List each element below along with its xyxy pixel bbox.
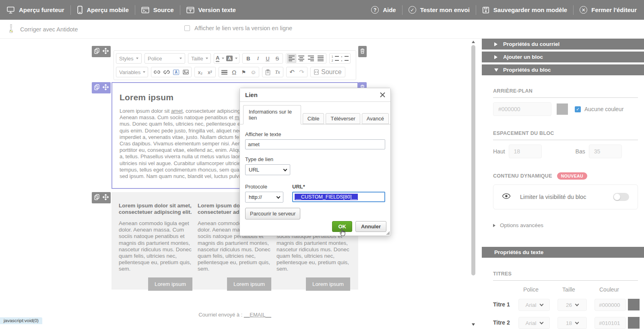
source-doc-icon [314,69,319,75]
size-value: 18 [566,320,572,326]
italic-button[interactable]: I [253,54,262,63]
column-button[interactable]: Lorem ipsum [148,277,192,291]
tab-advanced[interactable]: Avancé [362,113,389,124]
unlink-button[interactable] [162,68,171,77]
text-version-button[interactable]: Version texte [186,6,236,14]
tab-upload[interactable]: Téléverser [326,113,360,124]
block-handle-text[interactable] [92,82,111,93]
duplicate-icon [94,194,99,202]
section-add-block[interactable]: Ajouter un bloc [482,52,644,62]
image-icon [183,70,189,74]
save-template-button[interactable]: Sauvegarder mon modèle [482,6,567,14]
online-version-checkbox[interactable] [184,25,190,31]
bold-button[interactable]: B [244,54,253,63]
title1-color-swatch[interactable] [628,299,640,310]
antidote-button[interactable]: Corriger avec Antidote [7,24,78,35]
ok-button[interactable]: OK [332,221,352,232]
flag-button[interactable]: ⚑ [239,68,248,77]
toggle-knob [614,194,620,200]
block-handle-toolbar[interactable] [92,46,111,57]
link-type-select[interactable]: URL [245,164,290,175]
background-color-input[interactable] [493,102,551,116]
styles-dropdown[interactable]: Styles [116,53,142,64]
text-color-button[interactable]: A [215,54,225,63]
scrollbar-thumb[interactable] [471,45,475,275]
title2-size-select[interactable]: 18 [557,317,587,329]
visibility-toggle[interactable] [613,193,629,201]
link-dialog: Lien Informations sur le lien Cible Télé… [239,88,391,236]
title2-color-input[interactable]: #010101 [594,317,626,329]
tab-link-info[interactable]: Informations sur le lien [243,105,301,124]
close-editor-button[interactable]: ✕ Fermer l'éditeur [580,6,637,14]
strikethrough-button[interactable]: S [272,54,282,63]
delete-block-toolbar-button[interactable] [358,46,367,57]
police-dropdown[interactable]: Police [144,53,185,64]
top-toolbar-left: Aperçu fureteur Aperçu mobile Source Ver… [0,5,236,15]
amet-link[interactable]: amet [171,108,183,114]
undo-button[interactable]: ↶ [287,68,297,77]
vertical-scrollbar[interactable] [470,39,477,329]
preview-browser-button[interactable]: Aperçu fureteur [6,6,64,14]
variables-dropdown[interactable]: Variables [116,67,148,77]
spacing-top-input[interactable] [509,145,542,158]
title1-color-input[interactable]: #000000 [594,299,626,311]
special-char-button[interactable]: Ω [229,68,239,77]
email-variable-link[interactable]: __EMAIL__ [244,312,271,318]
preview-mobile-button[interactable]: Aperçu mobile [77,6,129,14]
tab-target[interactable]: Cible [303,113,324,124]
spacing-bottom-input[interactable] [589,145,622,158]
section-text-properties[interactable]: Propriétés du texte [482,247,644,258]
column-button[interactable]: Lorem ipsum [227,277,271,291]
title2-font-select[interactable]: Arial [518,317,550,329]
cancel-button[interactable]: Annuler [355,221,386,232]
smiley-button[interactable]: ☺ [249,68,258,77]
scroll-down-arrow-icon[interactable] [472,323,475,326]
display-text-input[interactable] [245,139,385,149]
align-center-button[interactable] [297,54,306,63]
test-send-label: Tester mon envoi [420,6,470,13]
paste-button[interactable] [263,68,272,77]
font-style-group: B I U S [242,53,283,64]
expanded-triangle-icon [494,68,498,72]
subscript-button[interactable]: x₂ [196,68,205,77]
redo-button[interactable]: ↷ [297,68,306,77]
no-color-checkbox[interactable] [575,106,581,112]
link-button[interactable] [152,68,161,77]
section-block-properties[interactable]: Propriétés du bloc [482,64,644,75]
section-label: Propriétés du courriel [503,41,559,47]
dialog-close-button[interactable] [380,92,385,97]
align-left-button[interactable] [287,54,296,63]
taille-dropdown[interactable]: Taille [188,53,211,64]
section-email-properties[interactable]: Propriétés du courriel [482,39,644,50]
superscript-button[interactable]: x² [205,68,215,77]
column-button[interactable]: Lorem ipsum [306,277,350,291]
horizontal-rule-button[interactable] [220,68,229,77]
align-right-button[interactable] [306,54,316,63]
source-button[interactable]: Source [310,67,345,77]
align-justify-button[interactable] [316,54,325,63]
advanced-options-link[interactable]: Options avancées [493,222,638,228]
bg-color-button[interactable]: A [225,54,238,63]
background-color-swatch[interactable] [557,103,568,115]
source-button-top[interactable]: Source [141,6,174,14]
browse-server-button[interactable]: Parcourir le serveur [245,208,300,219]
url-input[interactable]: __CUSTOM_FIELDS[80]__ [292,192,385,202]
block-properties-panel: ARRIÈRE-PLAN Aucune couleur ESPACEMENT D… [482,88,644,228]
online-version-option[interactable]: Afficher le lien vers la version en lign… [184,25,292,31]
image-button[interactable] [181,68,190,77]
title1-size-select[interactable]: 26 [557,299,587,311]
underline-button[interactable]: U [263,54,272,63]
resize-grip[interactable] [386,231,390,235]
protocol-select[interactable]: http:// [245,192,283,203]
title2-color-swatch[interactable] [628,317,640,329]
block-handle-columns[interactable] [92,192,111,203]
remove-format-button[interactable]: Tx [273,68,282,77]
test-send-button[interactable]: ✓ Tester mon envoi [409,6,470,14]
anchor-button[interactable]: A [171,68,181,77]
title1-font-select[interactable]: Arial [518,299,550,311]
numbered-list-button[interactable]: 12 [330,54,340,63]
bulleted-list-button[interactable]: •• [340,54,349,63]
help-button[interactable]: ? Aide [371,6,396,14]
scroll-up-arrow-icon[interactable] [472,41,475,43]
dialog-title-bar[interactable]: Lien [240,88,390,102]
